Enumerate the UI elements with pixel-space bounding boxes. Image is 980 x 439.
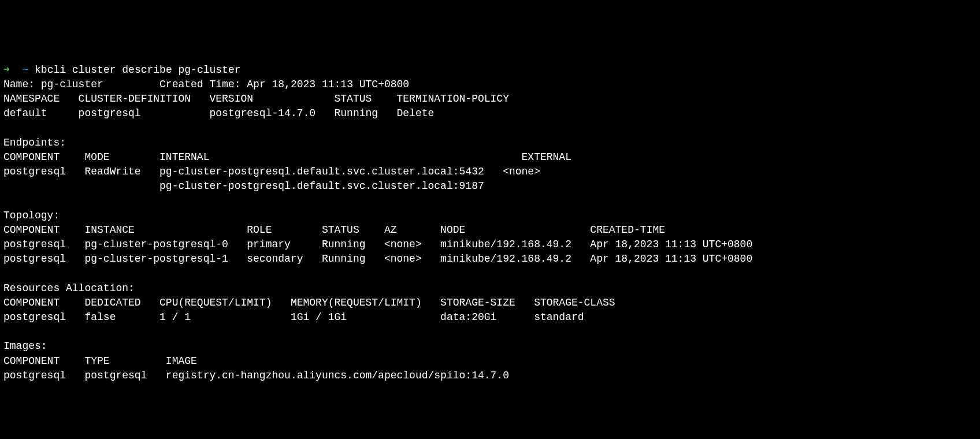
endpoints-row-2: pg-cluster-postgresql.default.svc.cluste… [3,180,571,192]
resources-row: postgresql false 1 / 1 1Gi / 1Gi data:20… [3,311,634,323]
endpoints-headers: COMPONENT MODE INTERNAL EXTERNAL [3,151,590,163]
created-label: Created Time: [159,79,247,90]
images-headers: COMPONENT TYPE IMAGE [3,355,515,367]
images-title: Images: [3,340,47,352]
topology-row-1: postgresql pg-cluster-postgresql-0 prima… [3,239,771,250]
prompt-tilde: ~ [22,64,35,76]
endpoints-row-1: postgresql ReadWrite pg-cluster-postgres… [3,166,571,177]
resources-headers: COMPONENT DEDICATED CPU(REQUEST/LIMIT) M… [3,297,634,308]
topology-row-2: postgresql pg-cluster-postgresql-1 secon… [3,253,771,265]
topology-title: Topology: [3,210,60,221]
created-value: Apr 18,2023 11:13 UTC+0800 [247,79,409,90]
spacing [103,79,159,90]
endpoints-title: Endpoints: [3,137,66,148]
terminal-output: ➜ ~ kbcli cluster describe pg-cluster Na… [3,63,977,383]
prompt-arrow-icon: ➜ [3,64,22,76]
topology-headers: COMPONENT INSTANCE ROLE STATUS AZ NODE C… [3,224,771,236]
command-text: kbcli cluster describe pg-cluster [35,64,240,76]
summary-row: default postgresql postgresql-14.7.0 Run… [3,107,528,119]
summary-headers: NAMESPACE CLUSTER-DEFINITION VERSION STA… [3,93,528,105]
name-label: Name: [3,79,41,90]
name-value: pg-cluster [41,79,103,90]
images-row: postgresql postgresql registry.cn-hangzh… [3,370,515,381]
resources-title: Resources Allocation: [3,282,135,294]
